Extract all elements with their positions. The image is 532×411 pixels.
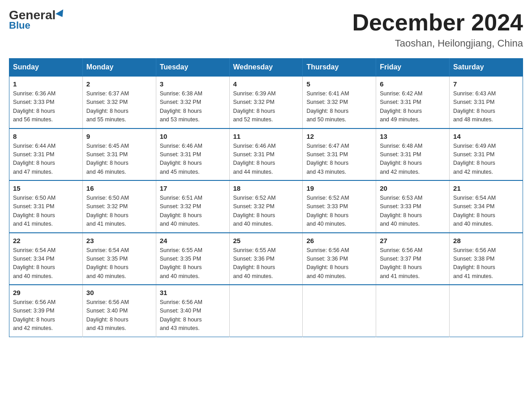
day-number: 10 [160, 133, 226, 140]
table-row: 30 Sunrise: 6:56 AM Sunset: 3:40 PM Dayl… [82, 285, 156, 337]
day-info: Sunrise: 6:56 AM Sunset: 3:36 PM Dayligh… [306, 246, 372, 281]
title-section: December 2024 Taoshan, Heilongjiang, Chi… [352, 9, 523, 49]
col-sunday: Sunday [9, 59, 83, 77]
col-tuesday: Tuesday [156, 59, 229, 77]
table-row: 4 Sunrise: 6:39 AM Sunset: 3:32 PM Dayli… [229, 76, 303, 128]
day-number: 23 [86, 237, 152, 244]
table-row [450, 285, 523, 337]
day-info: Sunrise: 6:44 AM Sunset: 3:31 PM Dayligh… [13, 142, 79, 177]
table-row: 22 Sunrise: 6:54 AM Sunset: 3:34 PM Dayl… [9, 233, 83, 285]
day-info: Sunrise: 6:56 AM Sunset: 3:40 PM Dayligh… [86, 298, 152, 333]
table-row: 20 Sunrise: 6:53 AM Sunset: 3:33 PM Dayl… [376, 180, 450, 233]
header-row: Sunday Monday Tuesday Wednesday Thursday… [9, 59, 523, 77]
day-number: 31 [160, 289, 226, 296]
day-number: 20 [380, 184, 446, 192]
table-row: 10 Sunrise: 6:46 AM Sunset: 3:31 PM Dayl… [156, 128, 229, 181]
day-info: Sunrise: 6:42 AM Sunset: 3:31 PM Dayligh… [380, 90, 446, 124]
calendar-week-2: 8 Sunrise: 6:44 AM Sunset: 3:31 PM Dayli… [9, 128, 523, 181]
day-info: Sunrise: 6:53 AM Sunset: 3:33 PM Dayligh… [380, 194, 446, 229]
day-number: 16 [86, 184, 152, 192]
day-info: Sunrise: 6:56 AM Sunset: 3:39 PM Dayligh… [13, 298, 79, 333]
calendar-week-3: 15 Sunrise: 6:50 AM Sunset: 3:31 PM Dayl… [9, 180, 523, 233]
day-info: Sunrise: 6:43 AM Sunset: 3:31 PM Dayligh… [453, 90, 519, 124]
day-info: Sunrise: 6:52 AM Sunset: 3:33 PM Dayligh… [306, 194, 372, 229]
table-row [376, 285, 450, 337]
day-info: Sunrise: 6:50 AM Sunset: 3:32 PM Dayligh… [86, 194, 152, 229]
day-info: Sunrise: 6:54 AM Sunset: 3:34 PM Dayligh… [453, 194, 519, 229]
logo-triangle-icon [56, 9, 66, 19]
day-number: 4 [233, 80, 299, 88]
day-number: 22 [13, 237, 79, 244]
day-number: 11 [233, 133, 299, 140]
day-info: Sunrise: 6:56 AM Sunset: 3:37 PM Dayligh… [380, 246, 446, 281]
day-number: 28 [453, 237, 519, 244]
day-number: 1 [13, 80, 79, 88]
day-number: 17 [160, 184, 226, 192]
table-row: 23 Sunrise: 6:54 AM Sunset: 3:35 PM Dayl… [82, 233, 156, 285]
calendar-body: 1 Sunrise: 6:36 AM Sunset: 3:33 PM Dayli… [9, 76, 523, 337]
day-info: Sunrise: 6:50 AM Sunset: 3:31 PM Dayligh… [13, 194, 79, 229]
day-info: Sunrise: 6:55 AM Sunset: 3:35 PM Dayligh… [160, 246, 226, 281]
day-info: Sunrise: 6:41 AM Sunset: 3:32 PM Dayligh… [306, 90, 372, 124]
day-number: 29 [13, 289, 79, 296]
day-number: 15 [13, 184, 79, 192]
col-wednesday: Wednesday [229, 59, 303, 77]
day-number: 25 [233, 237, 299, 244]
day-number: 14 [453, 133, 519, 140]
table-row: 19 Sunrise: 6:52 AM Sunset: 3:33 PM Dayl… [303, 180, 376, 233]
day-info: Sunrise: 6:51 AM Sunset: 3:32 PM Dayligh… [160, 194, 226, 229]
calendar-week-4: 22 Sunrise: 6:54 AM Sunset: 3:34 PM Dayl… [9, 233, 523, 285]
table-row: 11 Sunrise: 6:46 AM Sunset: 3:31 PM Dayl… [229, 128, 303, 181]
table-row: 24 Sunrise: 6:55 AM Sunset: 3:35 PM Dayl… [156, 233, 229, 285]
table-row: 9 Sunrise: 6:45 AM Sunset: 3:31 PM Dayli… [82, 128, 156, 181]
day-info: Sunrise: 6:37 AM Sunset: 3:32 PM Dayligh… [86, 90, 152, 124]
table-row: 1 Sunrise: 6:36 AM Sunset: 3:33 PM Dayli… [9, 76, 83, 128]
subtitle: Taoshan, Heilongjiang, China [352, 38, 523, 49]
col-friday: Friday [376, 59, 450, 77]
day-number: 7 [453, 80, 519, 88]
day-number: 6 [380, 80, 446, 88]
day-info: Sunrise: 6:54 AM Sunset: 3:35 PM Dayligh… [86, 246, 152, 281]
day-number: 30 [86, 289, 152, 296]
day-number: 8 [13, 133, 79, 140]
day-info: Sunrise: 6:45 AM Sunset: 3:31 PM Dayligh… [86, 142, 152, 177]
table-row: 31 Sunrise: 6:56 AM Sunset: 3:40 PM Dayl… [156, 285, 229, 337]
table-row: 3 Sunrise: 6:38 AM Sunset: 3:32 PM Dayli… [156, 76, 229, 128]
day-info: Sunrise: 6:55 AM Sunset: 3:36 PM Dayligh… [233, 246, 299, 281]
calendar-week-5: 29 Sunrise: 6:56 AM Sunset: 3:39 PM Dayl… [9, 285, 523, 337]
logo: General Blue [9, 9, 65, 31]
table-row: 25 Sunrise: 6:55 AM Sunset: 3:36 PM Dayl… [229, 233, 303, 285]
table-row: 26 Sunrise: 6:56 AM Sunset: 3:36 PM Dayl… [303, 233, 376, 285]
table-row: 27 Sunrise: 6:56 AM Sunset: 3:37 PM Dayl… [376, 233, 450, 285]
table-row: 28 Sunrise: 6:56 AM Sunset: 3:38 PM Dayl… [450, 233, 523, 285]
day-number: 19 [306, 184, 372, 192]
day-number: 9 [86, 133, 152, 140]
day-number: 27 [380, 237, 446, 244]
table-row: 12 Sunrise: 6:47 AM Sunset: 3:31 PM Dayl… [303, 128, 376, 181]
day-number: 12 [306, 133, 372, 140]
day-number: 5 [306, 80, 372, 88]
table-row: 29 Sunrise: 6:56 AM Sunset: 3:39 PM Dayl… [9, 285, 83, 337]
day-info: Sunrise: 6:36 AM Sunset: 3:33 PM Dayligh… [13, 90, 79, 124]
day-info: Sunrise: 6:48 AM Sunset: 3:31 PM Dayligh… [380, 142, 446, 177]
table-row: 7 Sunrise: 6:43 AM Sunset: 3:31 PM Dayli… [450, 76, 523, 128]
day-info: Sunrise: 6:52 AM Sunset: 3:32 PM Dayligh… [233, 194, 299, 229]
table-row: 13 Sunrise: 6:48 AM Sunset: 3:31 PM Dayl… [376, 128, 450, 181]
day-info: Sunrise: 6:38 AM Sunset: 3:32 PM Dayligh… [160, 90, 226, 124]
day-info: Sunrise: 6:46 AM Sunset: 3:31 PM Dayligh… [233, 142, 299, 177]
day-number: 13 [380, 133, 446, 140]
table-row: 14 Sunrise: 6:49 AM Sunset: 3:31 PM Dayl… [450, 128, 523, 181]
day-number: 2 [86, 80, 152, 88]
day-info: Sunrise: 6:46 AM Sunset: 3:31 PM Dayligh… [160, 142, 226, 177]
table-row: 6 Sunrise: 6:42 AM Sunset: 3:31 PM Dayli… [376, 76, 450, 128]
table-row [229, 285, 303, 337]
day-number: 18 [233, 184, 299, 192]
day-info: Sunrise: 6:39 AM Sunset: 3:32 PM Dayligh… [233, 90, 299, 124]
table-row: 18 Sunrise: 6:52 AM Sunset: 3:32 PM Dayl… [229, 180, 303, 233]
logo-blue-text: Blue [9, 20, 30, 31]
day-number: 21 [453, 184, 519, 192]
table-row: 15 Sunrise: 6:50 AM Sunset: 3:31 PM Dayl… [9, 180, 83, 233]
day-info: Sunrise: 6:49 AM Sunset: 3:31 PM Dayligh… [453, 142, 519, 177]
day-number: 3 [160, 80, 226, 88]
table-row: 16 Sunrise: 6:50 AM Sunset: 3:32 PM Dayl… [82, 180, 156, 233]
